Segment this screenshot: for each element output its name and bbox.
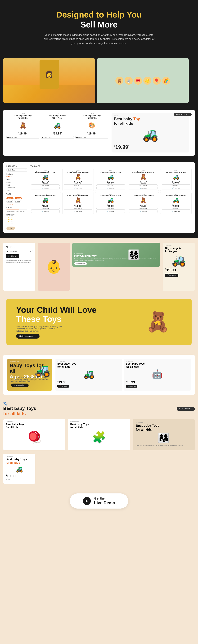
grid-color-10[interactable]: Color: Black ▼ [162,208,190,210]
star-5: ★ [12,217,13,218]
add-cart-label-8: Add to cart [109,211,114,212]
play-children-badge: CATEGORIES [74,252,158,254]
grid-color-4[interactable]: Color: Black ▼ [129,184,158,186]
star-3d: ☆ [9,222,10,224]
price-range-bar[interactable] [6,210,27,210]
cat-banner-btn-label: Go to categories [14,384,24,386]
add-cart-icon-10: 🛒 [172,211,174,212]
grid-product-3: TOYS Big orange tractor for 6+ year 🚜 $1… [95,169,126,191]
add-cart-btn-10[interactable]: 🛒 Add to cart [162,210,190,213]
detail-price: $19.99* [6,245,33,249]
rating-2[interactable]: ★ ★ ☆ ☆ ☆ [6,222,27,224]
color-label-3: Color: Black [78,136,86,138]
sidebar-nav-products[interactable]: Products [6,173,27,175]
tag-category-1[interactable]: Category [6,197,14,199]
cat-banner-left: CATEGORY Baby Toys for all Age - 25% off… [7,359,52,391]
filter-apply-btn[interactable]: Filter [6,226,15,230]
delete-all-tag[interactable]: + Delete all [6,204,27,205]
add-cart-btn-9[interactable]: 🛒 Add to cart [129,210,158,213]
prod-label-1: TOYS [6,113,40,114]
add-cart-icon-7: 🛒 [74,211,76,212]
grid-img-8: 🚜 [96,197,125,203]
star-2: ★ [8,217,9,218]
grid-color-3[interactable]: Color: Black ▼ [96,184,125,186]
play-children-desc: Playing with toys is a great way for kid… [74,258,158,262]
add-cart-label-2: Add to cart [76,188,82,189]
add-cart-icon-8: 🛒 [107,211,108,212]
categories-col: 👨‍👩‍👧‍👦 CATEGORIES Play Children Way Pla… [72,242,160,291]
grid-name-8: Big orange tractor for 6+ year [96,195,125,196]
add-cart-label-10: Add to cart [174,211,180,212]
color-select-2[interactable]: Color: Black [41,136,74,139]
showcase-right-panel: TOYS Best baby Toyfor all kids 🚜 $19.99* [112,113,189,153]
sidebar-nav-sets[interactable]: Sets [6,189,27,192]
detail-add-cart-btn[interactable]: 🛒 Add to cart [6,254,19,258]
grid-product-4: TOYS A set of plastic toys +2 months. 🧸 … [128,169,159,191]
rating-4[interactable]: ★ ★ ★ ★ ☆ [6,219,27,220]
prod-label-2: TOYS [41,113,74,114]
cat-product-card-2: CATEGORIES Best baby Toysfor all kids 🤖 … [124,359,191,391]
bestsellers-dropdown[interactable]: Bestsellers ▼ [6,168,27,172]
grid-color-5[interactable]: Color: Black ▼ [162,184,190,186]
best-toys-line1: Best baby Toys [3,406,36,411]
add-cart-btn-2[interactable]: 🛒 Add to cart [64,187,92,190]
detail-color-sel[interactable]: Color: Black ▼ [6,250,33,253]
sidebar-nav-clothes[interactable]: Clothes [6,176,27,178]
add-cart-btn-5[interactable]: 🛒 Add to cart [162,187,190,190]
cat-banner-section: CATEGORY Baby Toys for all Age - 25% off… [0,352,198,398]
middle-section: $19.99* Color: Black ▼ 🛒 Add to cart Lor… [0,238,198,296]
star-3c: ★ [9,220,10,222]
grid-color-1[interactable]: Color: Black ▼ [31,184,60,186]
add-cart-btn-6[interactable]: 🛒 Add to cart [31,210,60,213]
add-cart-icon-3: 🛒 [107,188,108,189]
play-icon: ▶ [86,499,88,503]
get-demo-button[interactable]: ▶ Get the Live Demo [70,494,128,508]
tags-label: TAGS [6,193,27,195]
rating-5[interactable]: ★ ★ ★ ★ ★ [6,217,27,218]
star-4d: ☆ [11,222,12,224]
add-cart-btn-8[interactable]: 🛒 Add to cart [96,210,125,213]
grid-color-2[interactable]: Color: Black ▼ [64,184,92,186]
color-select-3[interactable]: Color: Black [76,136,108,139]
add-cart-btn-4[interactable]: 🛒 Add to cart [129,187,158,190]
best-toy-badge-1: CATEGORIES [6,421,63,422]
demo-line2: Live Demo [94,500,115,505]
grid-color-9[interactable]: Color: Black ▼ [129,208,158,210]
sidebar-nav-accessories[interactable]: Accessories [6,186,27,189]
grid-color-6[interactable]: Color: Black ▼ [31,208,60,210]
best-toy-title-3: Best baby Toysfor all kids [136,424,192,432]
showcase-product-3: TOYS A set of plastic toys+2 months. 🎨 $… [76,113,108,139]
grid-color-7[interactable]: Color: Black ▼ [64,208,92,210]
play-children-btn[interactable]: Go to categories [74,262,87,265]
products-grid: TOYS Big orange tractor for 6+ year 🚜 $1… [30,169,192,214]
add-cart-btn-1[interactable]: 🛒 Add to cart [31,187,60,190]
tag-dummy-1[interactable]: Dummy [6,200,13,202]
hero-banner-btn[interactable]: Go to categories → [16,334,40,338]
add-cart-label-6: Add to cart [44,211,49,212]
hero-banner: Your Child Will Love These Toys Lorem Ip… [6,299,192,345]
add-cart-btn-7[interactable]: 🛒 Add to cart [64,210,92,213]
big-tractor-add-btn[interactable]: 🛒 Add to cart [165,274,178,277]
prod-img-1: 🧸 [16,120,29,131]
sidebar-nav-pants[interactable]: Pants [6,181,27,184]
grid-color-8[interactable]: Color: Black ▼ [96,208,125,210]
grid-img-1: 🚜 [31,174,60,180]
cat-banner-btn[interactable]: Go to categories → [11,384,28,387]
sidebar-nav-skirts[interactable]: Skirts [6,184,27,186]
screenshot-right: 🧸 🐰 🎀 🌟 🎈 🌈 [97,58,189,103]
cat-add-btn-1[interactable]: 🛒 Add to cart [58,385,69,388]
rating-3[interactable]: ★ ★ ★ ☆ ☆ [6,220,27,222]
cat-add-btn-2[interactable]: 🛒 Add to cart [126,385,138,388]
tag-category-2[interactable]: Category [15,197,22,199]
go-products-btn[interactable]: Go to products → [176,407,195,411]
sidebar-nav-items[interactable]: Items [6,178,27,181]
best-price-desc: 19.998 [6,479,33,480]
grid-name-4: A set of plastic toys +2 months. [129,171,158,173]
tag-dummy-2[interactable]: Dummy [14,200,21,202]
color-dot-3 [76,137,78,138]
go-to-products-button[interactable]: Go to products → [174,113,192,116]
cat-product-img-1: 🚜 [58,369,120,380]
add-cart-btn-3[interactable]: 🛒 Add to cart [96,187,125,190]
color-select-1[interactable]: Color: Black [6,136,40,139]
hero-banner-wrapper: Your Child Will Love These Toys Lorem Ip… [0,299,198,351]
